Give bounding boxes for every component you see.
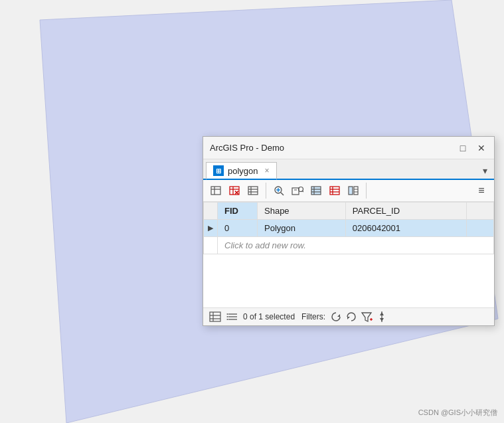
watermark: CSDN @GIS小小研究僧: [418, 408, 497, 418]
toolbar-menu-button[interactable]: ≡: [473, 183, 490, 199]
toolbar-btn-table[interactable]: [207, 183, 224, 199]
svg-line-20: [303, 191, 304, 193]
view-table-icon: [248, 186, 258, 195]
tab-bar: ⊞ polygon × ▾: [203, 159, 494, 180]
maximize-button[interactable]: □: [457, 142, 469, 154]
cell-fid: 0: [218, 220, 258, 237]
polygon-tab[interactable]: ⊞ polygon ×: [206, 162, 277, 180]
toolbar-btn-zoom[interactable]: [270, 183, 288, 199]
filter-refresh-icon[interactable]: [329, 311, 343, 323]
svg-rect-25: [330, 187, 339, 195]
col-header-parcel-id[interactable]: PARCEL_ID: [345, 203, 466, 220]
cell-empty: [466, 220, 493, 237]
dialog-window: ArcGIS Pro - Demo □ ✕ ⊞ polygon × ▾: [203, 136, 495, 326]
toolbar-btn-deselect[interactable]: [326, 183, 343, 199]
toolbar-btn-select-all[interactable]: [307, 183, 325, 199]
toolbar-btn-switch[interactable]: [345, 183, 362, 199]
table-area: FID Shape PARCEL_ID ▶ 0 Polygon 02060420…: [203, 202, 494, 307]
status-list-icon[interactable]: [226, 311, 239, 323]
empty-row-1: [204, 254, 494, 307]
list-icon: [226, 311, 238, 322]
svg-point-42: [227, 319, 228, 320]
status-bar: 0 of 1 selected Filters:: [203, 307, 494, 325]
svg-marker-44: [347, 317, 350, 319]
table-row[interactable]: ▶ 0 Polygon 0206042001: [204, 220, 494, 237]
tab-table-icon: ⊞: [213, 165, 224, 176]
select-zoom-icon: [292, 185, 303, 196]
svg-marker-43: [337, 314, 340, 317]
col-header-shape[interactable]: Shape: [258, 203, 346, 220]
delete-row-icon: [229, 186, 240, 195]
table-header-row: FID Shape PARCEL_ID: [204, 203, 494, 220]
watermark-text: CSDN @GIS小小研究僧: [418, 408, 497, 416]
window-title: ArcGIS Pro - Demo: [210, 143, 284, 153]
table-icon: [210, 186, 221, 195]
status-table-icon[interactable]: [209, 311, 222, 323]
svg-line-14: [281, 193, 284, 195]
svg-rect-29: [349, 187, 353, 195]
svg-point-40: [227, 313, 228, 315]
col-header-arrow: [204, 203, 218, 220]
svg-point-41: [227, 316, 228, 317]
svg-marker-45: [362, 313, 371, 321]
new-row[interactable]: Click to add new row.: [204, 237, 494, 254]
select-all-icon: [311, 186, 321, 195]
data-table: FID Shape PARCEL_ID ▶ 0 Polygon 02060420…: [203, 202, 494, 307]
switch-icon: [348, 186, 359, 195]
svg-rect-21: [311, 187, 321, 195]
tab-dropdown-button[interactable]: ▾: [479, 164, 491, 177]
filter-funnel-icon[interactable]: [360, 311, 373, 323]
svg-rect-33: [210, 312, 220, 321]
tab-close-button[interactable]: ×: [265, 166, 270, 175]
title-bar-buttons: □ ✕: [457, 142, 487, 154]
deselect-icon: [329, 186, 340, 195]
toolbar-group-1: [207, 183, 266, 199]
close-button[interactable]: ✕: [475, 142, 487, 154]
svg-rect-17: [292, 188, 299, 195]
new-row-label[interactable]: Click to add new row.: [218, 237, 494, 254]
tab-label: polygon: [228, 166, 258, 176]
cell-shape: Polygon: [258, 220, 346, 237]
toolbar-group-2: [270, 183, 367, 199]
zoom-icon: [274, 185, 284, 196]
cell-parcel-id: 0206042001: [345, 220, 466, 237]
filter-sort-icon[interactable]: [375, 311, 388, 323]
svg-rect-9: [248, 187, 258, 195]
title-bar: ArcGIS Pro - Demo □ ✕: [203, 137, 494, 159]
row-arrow: ▶: [204, 220, 218, 237]
col-header-empty: [466, 203, 493, 220]
status-count-text: 0 of 1 selected: [243, 312, 295, 321]
filter-label: Filters:: [301, 312, 325, 321]
toolbar-btn-view[interactable]: [244, 183, 262, 199]
svg-marker-50: [380, 318, 384, 321]
toolbar-btn-select-zoom[interactable]: [289, 183, 306, 199]
table-view-icon: [209, 311, 221, 322]
svg-rect-1: [211, 187, 220, 195]
svg-marker-49: [380, 312, 384, 315]
filter-icons: [329, 311, 388, 323]
col-header-fid[interactable]: FID: [218, 203, 258, 220]
filter-refresh2-icon[interactable]: [345, 311, 358, 323]
toolbar: ≡: [203, 180, 494, 202]
svg-rect-30: [354, 187, 358, 195]
toolbar-btn-delete-row[interactable]: [226, 183, 243, 199]
